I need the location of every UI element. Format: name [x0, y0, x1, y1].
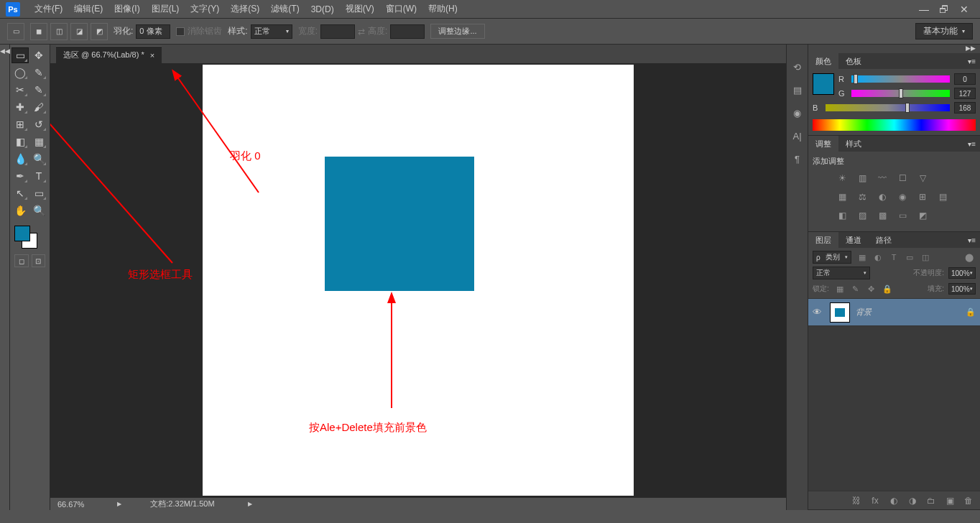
layer-row[interactable]: 👁 背景 🔒: [808, 299, 980, 326]
stamp-tool[interactable]: ⊞: [11, 116, 29, 132]
panels-collapse[interactable]: ▶▶: [808, 45, 980, 53]
invert-icon[interactable]: ◧: [834, 208, 850, 223]
tab-color[interactable]: 颜色: [808, 53, 838, 69]
layer-visibility-icon[interactable]: 👁: [813, 307, 824, 318]
antialias-checkbox[interactable]: [176, 27, 185, 36]
selection-subtract-icon[interactable]: ◪: [70, 23, 88, 40]
color-spectrum[interactable]: [813, 119, 976, 131]
gradient-map-icon[interactable]: ▭: [895, 208, 910, 223]
maximize-icon[interactable]: 🗗: [934, 4, 954, 15]
link-layers-icon[interactable]: ⛓: [849, 494, 864, 508]
healing-tool[interactable]: ✚: [11, 99, 29, 115]
menu-image[interactable]: 图像(I): [108, 3, 145, 15]
g-value[interactable]: 127: [954, 88, 976, 99]
doc-info[interactable]: 文档:2.32M/1.50M: [150, 499, 214, 509]
filter-pixel-icon[interactable]: ▦: [856, 251, 869, 264]
path-select-tool[interactable]: ↖: [11, 185, 29, 201]
channel-mixer-icon[interactable]: ⊞: [915, 190, 930, 204]
lasso-tool[interactable]: ◯: [11, 65, 29, 80]
selective-color-icon[interactable]: ◩: [915, 208, 930, 223]
quickmask-mode-icon[interactable]: ⊡: [32, 254, 46, 267]
paragraph-panel-icon[interactable]: ¶: [790, 151, 805, 167]
lock-pixels-icon[interactable]: ✎: [849, 282, 862, 295]
canvas-viewport[interactable]: 羽化 0 按Ale+Delete填充前景色 矩形选框工具: [50, 63, 786, 497]
menu-select[interactable]: 选择(S): [225, 3, 265, 15]
pen-tool[interactable]: ✒: [11, 168, 29, 184]
adjust-panel-menu-icon[interactable]: ▾≡: [963, 140, 980, 148]
tool-preset-icon[interactable]: ▭: [7, 23, 24, 40]
filter-adjust-icon[interactable]: ◐: [872, 251, 884, 264]
menu-window[interactable]: 窗口(W): [380, 3, 422, 15]
menu-3d[interactable]: 3D(D): [305, 4, 340, 14]
tab-channels[interactable]: 通道: [838, 232, 869, 248]
history-brush-tool[interactable]: ↺: [30, 116, 47, 132]
toolbar-collapse[interactable]: ◀◀: [0, 45, 10, 510]
quick-select-tool[interactable]: ✎: [30, 65, 47, 80]
character-panel-icon[interactable]: A|: [790, 128, 805, 144]
tab-styles[interactable]: 样式: [838, 136, 869, 152]
minimize-icon[interactable]: —: [914, 4, 934, 15]
photo-filter-icon[interactable]: ◉: [895, 190, 910, 204]
menu-file[interactable]: 文件(F): [29, 3, 68, 15]
vibrance-icon[interactable]: ▽: [915, 171, 930, 185]
new-layer-icon[interactable]: ▣: [943, 494, 957, 508]
tab-adjustments[interactable]: 调整: [808, 136, 838, 152]
g-slider[interactable]: [851, 90, 950, 97]
delete-layer-icon[interactable]: 🗑: [961, 494, 976, 508]
zoom-menu-icon[interactable]: ▶: [117, 501, 121, 507]
layer-lock-icon[interactable]: 🔒: [966, 307, 976, 317]
adjustment-layer-icon[interactable]: ◑: [905, 494, 920, 508]
brush-tool[interactable]: 🖌: [30, 99, 47, 115]
balance-icon[interactable]: ⚖: [854, 190, 870, 204]
layer-mask-icon[interactable]: ◐: [887, 494, 901, 508]
doc-info-menu-icon[interactable]: ▶: [248, 501, 252, 507]
layer-thumbnail[interactable]: [830, 302, 850, 323]
layer-fx-icon[interactable]: fx: [868, 494, 882, 508]
menu-help[interactable]: 帮助(H): [422, 3, 463, 15]
bw-icon[interactable]: ◐: [874, 190, 890, 204]
layers-panel-menu-icon[interactable]: ▾≡: [963, 236, 980, 244]
lock-all-icon[interactable]: 🔒: [881, 282, 894, 295]
menu-type[interactable]: 文字(Y): [185, 3, 225, 15]
threshold-icon[interactable]: ▩: [874, 208, 890, 223]
move-tool[interactable]: ✥: [30, 47, 47, 63]
tab-layers[interactable]: 图层: [808, 232, 838, 248]
selection-new-icon[interactable]: ◼: [30, 23, 47, 40]
hand-tool[interactable]: ✋: [11, 203, 29, 218]
fill-value[interactable]: 100%: [948, 283, 976, 295]
standard-mode-icon[interactable]: ◻: [14, 254, 29, 267]
filter-toggle-icon[interactable]: ⬤: [963, 251, 976, 264]
brightness-icon[interactable]: ☀: [834, 171, 850, 185]
canvas[interactable]: 羽化 0 按Ale+Delete填充前景色: [203, 65, 634, 496]
style-select[interactable]: 正常: [251, 24, 292, 39]
layer-filter-select[interactable]: ρ 类别: [813, 251, 851, 264]
blend-mode-select[interactable]: 正常: [813, 267, 870, 279]
feather-input[interactable]: [136, 24, 170, 39]
layer-name[interactable]: 背景: [856, 307, 872, 318]
dodge-tool[interactable]: 🔍: [30, 151, 47, 167]
workspace-switcher[interactable]: 基本功能: [915, 23, 973, 40]
color-panel-menu-icon[interactable]: ▾≡: [963, 57, 980, 65]
tab-close-icon[interactable]: ×: [150, 51, 154, 60]
tab-paths[interactable]: 路径: [869, 232, 899, 248]
exposure-icon[interactable]: ☐: [895, 171, 910, 185]
b-slider[interactable]: [826, 104, 950, 111]
blur-tool[interactable]: 💧: [11, 151, 29, 167]
hue-icon[interactable]: ▦: [834, 190, 850, 204]
filter-shape-icon[interactable]: ▭: [903, 251, 916, 264]
menu-edit[interactable]: 编辑(E): [68, 3, 108, 15]
opacity-value[interactable]: 100%: [948, 267, 976, 279]
type-tool[interactable]: T: [30, 168, 47, 184]
crop-tool[interactable]: ✂: [11, 82, 29, 98]
levels-icon[interactable]: ▥: [854, 171, 870, 185]
gradient-tool[interactable]: ▦: [30, 134, 47, 149]
selection-add-icon[interactable]: ◫: [50, 23, 68, 40]
filter-smart-icon[interactable]: ◫: [919, 251, 932, 264]
filter-type-icon[interactable]: T: [887, 251, 900, 264]
brush-panel-icon[interactable]: ◉: [790, 105, 805, 121]
close-icon[interactable]: ✕: [954, 4, 974, 15]
marquee-tool[interactable]: ▭: [11, 47, 29, 63]
history-panel-icon[interactable]: ⟲: [790, 59, 805, 75]
r-slider[interactable]: [851, 75, 950, 83]
r-value[interactable]: 0: [954, 73, 976, 85]
